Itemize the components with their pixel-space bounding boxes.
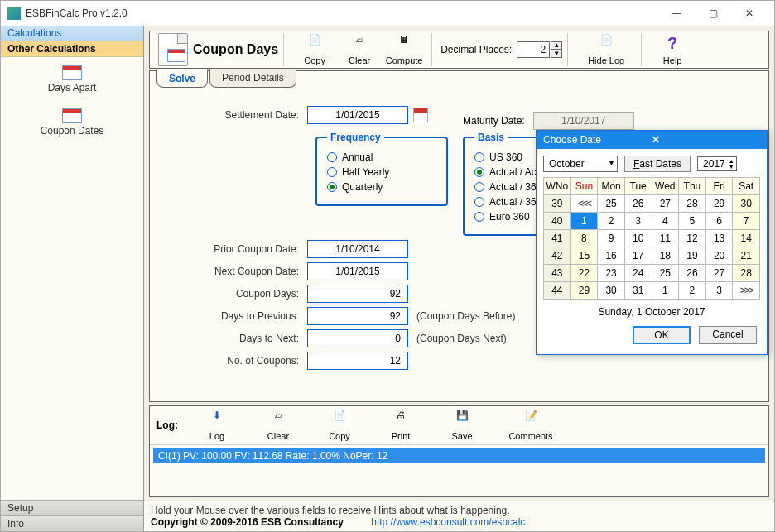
calendar-day[interactable]: 3 — [624, 213, 652, 230]
calendar-day[interactable]: 16 — [598, 247, 625, 265]
calendar-day[interactable]: 17 — [624, 247, 652, 265]
days-previous-aux: (Coupon Days Before) — [416, 310, 515, 322]
calendar-day[interactable]: 25 — [598, 195, 625, 213]
compute-button[interactable]: 🖩 Compute — [382, 34, 426, 65]
calendar-day[interactable]: 23 — [598, 265, 625, 282]
calendar-day[interactable]: >>> — [733, 282, 760, 300]
settlement-date-input[interactable] — [307, 106, 408, 124]
tab-solve[interactable]: Solve — [156, 69, 208, 88]
calendar-day[interactable]: 31 — [624, 282, 652, 300]
radio-icon — [327, 167, 337, 177]
settlement-date-picker-icon[interactable] — [413, 108, 428, 122]
calendar-day[interactable]: 10 — [624, 230, 652, 247]
calendar-day[interactable]: 28 — [733, 265, 760, 282]
year-input[interactable]: 2017 ▲▼ — [697, 156, 737, 171]
week-number: 41 — [544, 230, 571, 247]
sidebar-header-calculations[interactable]: Calculations — [1, 26, 143, 41]
calendar-day[interactable]: 13 — [705, 230, 733, 247]
calendar-day[interactable]: 27 — [705, 265, 733, 282]
sidebar-item-days-apart[interactable]: Days Apart — [1, 65, 143, 93]
frequency-group: Frequency AnnualHalf YearlyQuarterly — [315, 132, 448, 206]
no-of-coupons-label: No. of Coupons: — [166, 355, 307, 367]
calendar-column-header: Tue — [624, 178, 652, 195]
days-next-label: Days to Next: — [166, 333, 307, 344]
log-print-button[interactable]: 🖨Print — [378, 410, 423, 441]
log-clear-button[interactable]: ▱Clear — [256, 410, 301, 441]
clear-button[interactable]: ▱ Clear — [337, 34, 382, 65]
close-button[interactable]: ✕ — [731, 2, 768, 25]
calendar-day[interactable]: 22 — [570, 265, 598, 282]
status-bar: Hold your Mouse over the various fields … — [144, 501, 774, 531]
calendar-day[interactable]: 15 — [570, 247, 598, 265]
prior-coupon-label: Prior Coupon Date: — [166, 243, 307, 255]
website-link[interactable]: http://www.esbconsult.com/esbcalc — [371, 516, 525, 528]
no-of-coupons-output — [307, 352, 408, 370]
maturity-date-input[interactable] — [533, 112, 634, 130]
sidebar-item-coupon-dates[interactable]: Coupon Dates — [1, 108, 143, 137]
log-save-button[interactable]: 💾Save — [440, 410, 484, 441]
log-entry[interactable]: CI(1) PV: 100.00 FV: 112.68 Rate: 1.00% … — [153, 448, 765, 463]
sidebar-footer-setup[interactable]: Setup — [1, 500, 143, 515]
cancel-button[interactable]: Cancel — [699, 326, 757, 344]
frequency-option[interactable]: Half Yearly — [327, 166, 436, 178]
sidebar-item-label: Days Apart — [1, 82, 143, 93]
help-button[interactable]: ? Help — [650, 34, 695, 65]
choose-date-close-icon[interactable]: ✕ — [652, 134, 760, 146]
decimal-spinner[interactable]: ▲▼ — [551, 41, 562, 58]
calendar-day[interactable]: 19 — [679, 247, 706, 265]
frequency-option[interactable]: Quarterly — [327, 181, 436, 193]
calendar-day[interactable]: 9 — [598, 230, 625, 247]
calendar-day[interactable]: 28 — [679, 195, 706, 213]
calendar-day[interactable]: 30 — [598, 282, 625, 300]
radio-icon — [474, 212, 484, 222]
calendar-day[interactable]: 21 — [733, 247, 760, 265]
decimal-places-input[interactable] — [517, 41, 550, 58]
maximize-button[interactable]: ▢ — [695, 2, 731, 25]
calendar-day[interactable]: 4 — [652, 213, 679, 230]
calendar-day[interactable]: 24 — [624, 265, 652, 282]
title-bar: ESBFinCalc Pro v1.2.0 — ▢ ✕ — [1, 1, 774, 26]
decimal-places-label: Decimal Places: — [440, 44, 512, 55]
radio-icon — [327, 182, 337, 192]
month-dropdown[interactable]: October — [543, 156, 618, 172]
calendar-day[interactable]: 11 — [652, 230, 679, 247]
calendar-day[interactable]: 1 — [652, 282, 679, 300]
calendar-day[interactable]: 12 — [679, 230, 706, 247]
log-button[interactable]: ⬇Log — [195, 410, 239, 441]
fast-dates-button[interactable]: FFast Datesast Dates — [624, 156, 691, 172]
calendar-day[interactable]: <<< — [570, 195, 598, 213]
calendar-day[interactable]: 14 — [733, 230, 760, 247]
frequency-option[interactable]: Annual — [327, 151, 436, 163]
calendar-day[interactable]: 7 — [733, 213, 760, 230]
log-comments-button[interactable]: 📝Comments — [501, 410, 561, 441]
calendar-day[interactable]: 29 — [570, 282, 598, 300]
calendar-day[interactable]: 26 — [679, 265, 706, 282]
calendar-day[interactable]: 2 — [679, 282, 706, 300]
week-number: 43 — [544, 265, 571, 282]
calendar-day[interactable]: 25 — [652, 265, 679, 282]
calendar-day[interactable]: 26 — [624, 195, 652, 213]
calendar-day[interactable]: 18 — [652, 247, 679, 265]
next-coupon-output — [307, 262, 408, 280]
ok-button[interactable]: OK — [633, 326, 691, 344]
hide-log-button[interactable]: 📄 Hide Log — [576, 34, 636, 65]
calendar-day[interactable]: 2 — [598, 213, 625, 230]
calendar-day[interactable]: 1 — [570, 213, 598, 230]
calendar-day[interactable]: 5 — [679, 213, 706, 230]
calendar-day[interactable]: 6 — [705, 213, 733, 230]
calendar-day[interactable]: 20 — [705, 247, 733, 265]
tab-period-details[interactable]: Period Details — [209, 69, 296, 88]
copy-icon: 📄 — [330, 410, 349, 429]
copy-button[interactable]: 📄 Copy — [292, 34, 337, 65]
calendar-day[interactable]: 30 — [733, 195, 760, 213]
calendar-day[interactable]: 27 — [652, 195, 679, 213]
log-copy-button[interactable]: 📄Copy — [317, 410, 362, 441]
calendar-column-header: Fri — [705, 178, 733, 195]
minimize-button[interactable]: — — [658, 2, 695, 25]
sidebar-footer-info[interactable]: Info — [1, 515, 143, 531]
calendar-day[interactable]: 8 — [570, 230, 598, 247]
calendar-icon — [62, 65, 82, 80]
sidebar-header-other[interactable]: Other Calculations — [1, 41, 143, 57]
calendar-day[interactable]: 29 — [705, 195, 733, 213]
calendar-day[interactable]: 3 — [705, 282, 733, 300]
